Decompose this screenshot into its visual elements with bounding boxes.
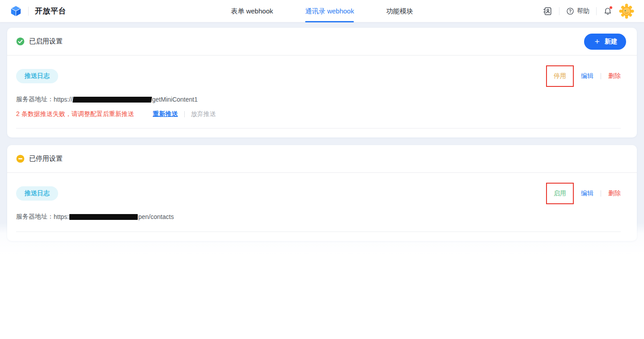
edit-link[interactable]: 编辑	[581, 72, 593, 80]
disabled-card-body: 推送日志 启用 编辑 删除 服务器地址：https:pen/contacts	[7, 173, 637, 241]
tab-function-modules[interactable]: 功能模块	[386, 0, 413, 22]
disabled-card-header: 已停用设置	[7, 145, 637, 173]
enabled-status-label: 已启用设置	[29, 37, 63, 46]
top-bar: 开放平台 表单 webhook 通讯录 webhook 功能模块 帮助	[0, 0, 644, 22]
push-log-badge[interactable]: 推送日志	[16, 69, 58, 83]
minus-circle-icon	[16, 154, 25, 163]
topbar-divider	[559, 7, 559, 15]
push-error-row: 2 条数据推送失败，请调整配置后重新推送 重新推送 放弃推送	[16, 110, 621, 118]
red-annotation-box: 启用	[546, 183, 574, 204]
error-divider	[184, 111, 185, 117]
tab-contacts-webhook[interactable]: 通讯录 webhook	[305, 0, 354, 22]
notification-bell-icon[interactable]	[603, 7, 612, 16]
new-button[interactable]: ＋ 新建	[584, 34, 626, 50]
help-icon	[566, 7, 574, 15]
app-logo-cube-icon[interactable]	[10, 5, 22, 17]
redacted-url-segment	[72, 97, 152, 103]
help-button[interactable]: 帮助	[566, 7, 589, 15]
disabled-status-label: 已停用设置	[29, 154, 63, 163]
enable-link[interactable]: 启用	[554, 189, 566, 197]
retry-push-link[interactable]: 重新推送	[153, 110, 178, 118]
enabled-status: 已启用设置	[16, 37, 63, 46]
main-content: 已启用设置 ＋ 新建 推送日志 停用 编辑 删除 服务器地址：ht	[0, 22, 644, 339]
topbar-right: 帮助	[542, 4, 634, 19]
push-log-badge[interactable]: 推送日志	[16, 186, 58, 201]
check-circle-icon	[16, 37, 25, 46]
content-divider	[16, 232, 621, 232]
server-address-label: 服务器地址：	[16, 213, 54, 221]
help-label: 帮助	[577, 7, 589, 15]
action-divider	[601, 190, 601, 197]
main-tabs: 表单 webhook 通讯录 webhook 功能模块	[231, 0, 413, 22]
red-annotation-box: 停用	[546, 65, 574, 87]
plus-icon: ＋	[593, 37, 601, 45]
url-prefix: https:	[54, 213, 69, 220]
server-address-row: 服务器地址：https:pen/contacts	[16, 213, 621, 221]
content-divider	[16, 128, 621, 129]
disabled-status: 已停用设置	[16, 154, 63, 163]
brand-divider	[28, 7, 29, 16]
enabled-card-header: 已启用设置 ＋ 新建	[7, 28, 637, 56]
avatar[interactable]	[619, 4, 634, 19]
topbar-divider	[596, 7, 597, 15]
action-divider	[601, 73, 601, 79]
url-suffix: pen/contacts	[138, 213, 174, 220]
new-button-label: 新建	[605, 38, 617, 46]
edit-link[interactable]: 编辑	[581, 189, 593, 197]
enabled-settings-card: 已启用设置 ＋ 新建 推送日志 停用 编辑 删除 服务器地址：ht	[7, 28, 637, 137]
page-title: 开放平台	[35, 6, 66, 16]
server-address-label: 服务器地址：	[16, 95, 54, 103]
enabled-card-body: 推送日志 停用 编辑 删除 服务器地址：https://getMiniConte…	[7, 56, 637, 137]
notification-dot	[609, 6, 613, 9]
enabled-card-actions: 停用 编辑 删除	[546, 65, 621, 87]
disabled-settings-card: 已停用设置 推送日志 启用 编辑 删除 服务器地址：https:pen/cont…	[7, 145, 637, 241]
redacted-url-segment	[69, 214, 138, 220]
push-error-message: 2 条数据推送失败，请调整配置后重新推送	[16, 110, 134, 118]
abandon-push-link[interactable]: 放弃推送	[191, 110, 216, 118]
server-address-row: 服务器地址：https://getMiniContent1	[16, 95, 621, 103]
tab-form-webhook[interactable]: 表单 webhook	[231, 0, 273, 22]
disable-link[interactable]: 停用	[554, 72, 566, 80]
url-suffix: getMiniContent1	[152, 96, 198, 103]
delete-link[interactable]: 删除	[608, 189, 621, 197]
address-book-icon[interactable]	[542, 6, 552, 16]
delete-link[interactable]: 删除	[608, 72, 621, 80]
disabled-card-actions: 启用 编辑 删除	[546, 183, 621, 204]
brand: 开放平台	[10, 5, 66, 17]
url-prefix: https://	[54, 96, 72, 103]
